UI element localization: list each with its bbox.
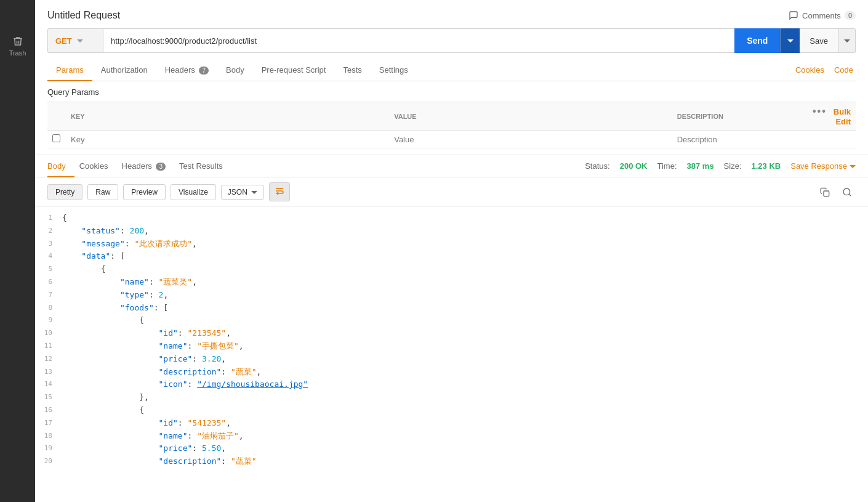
trash-label: Trash — [9, 49, 26, 57]
save-button[interactable]: Save — [800, 28, 838, 53]
json-line: 10 "id": "213545", — [35, 327, 868, 340]
line-content: "message": "此次请求成功", — [62, 238, 197, 251]
request-area: Untitled Request Comments 0 GET — [35, 0, 868, 81]
response-tab-cookies[interactable]: Cookies — [79, 155, 117, 177]
send-dropdown[interactable] — [780, 28, 800, 53]
svg-line-8 — [849, 194, 851, 196]
json-line: 3 "message": "此次请求成功", — [35, 238, 868, 251]
format-select[interactable]: JSON — [221, 185, 264, 200]
request-title: Untitled Request — [47, 10, 120, 21]
tab-authorization[interactable]: Authorization — [92, 59, 156, 81]
tab-params[interactable]: Params — [47, 59, 92, 81]
request-title-row: Untitled Request Comments 0 — [47, 10, 856, 21]
comments-label: Comments — [802, 11, 841, 20]
url-input[interactable] — [103, 28, 734, 53]
svg-marker-4 — [251, 191, 257, 194]
line-content: "type": 2, — [62, 289, 168, 302]
json-line: 12 "price": 3.20, — [35, 353, 868, 366]
line-number: 14 — [40, 378, 62, 390]
json-line: 17 "id": "541235", — [35, 417, 868, 430]
preview-button[interactable]: Preview — [123, 184, 166, 200]
format-value: JSON — [228, 188, 247, 196]
row-checkbox[interactable] — [52, 134, 60, 142]
table-row — [47, 131, 856, 148]
copy-button[interactable] — [816, 184, 834, 201]
comments-button[interactable]: Comments 0 — [789, 10, 856, 20]
method-dropdown-icon — [77, 38, 83, 44]
col-value-header: VALUE — [389, 102, 672, 131]
response-tab-headers[interactable]: Headers 3 — [122, 155, 174, 177]
line-number: 4 — [40, 250, 62, 262]
response-headers-badge: 3 — [156, 163, 166, 171]
line-content: "price": 3.20, — [62, 353, 226, 366]
svg-point-7 — [843, 188, 850, 195]
line-content: "status": 200, — [62, 225, 149, 238]
json-line: 8 "foods": [ — [35, 302, 868, 315]
line-number: 15 — [40, 391, 62, 403]
raw-button[interactable]: Raw — [87, 184, 118, 200]
bulk-edit-button[interactable]: Bulk Edit — [834, 107, 851, 126]
line-content: "id": "541235", — [62, 417, 231, 430]
more-options-button[interactable]: ••• — [813, 106, 827, 116]
query-params-title: Query Params — [47, 87, 856, 97]
line-number: 1 — [40, 212, 62, 224]
line-number: 7 — [40, 289, 62, 301]
sidebar: Trash — [0, 0, 35, 502]
code-link[interactable]: Code — [834, 65, 853, 75]
response-section: Body Cookies Headers 3 Test Results Stat… — [35, 155, 868, 502]
pretty-button[interactable]: Pretty — [47, 184, 82, 200]
sidebar-item-trash[interactable]: Trash — [7, 31, 29, 62]
method-select[interactable]: GET — [47, 28, 103, 53]
format-icons-right — [816, 184, 856, 201]
line-content: "data": [ — [62, 250, 125, 263]
tab-headers[interactable]: Headers 7 — [156, 59, 217, 81]
tab-pre-request[interactable]: Pre-request Script — [253, 59, 335, 81]
line-content: "icon": "/img/shousibaocai.jpg" — [62, 378, 308, 391]
svg-marker-0 — [77, 39, 83, 43]
json-line: 7 "type": 2, — [35, 289, 868, 302]
svg-rect-6 — [824, 191, 829, 196]
line-content: "description": "蔬菜" — [62, 455, 257, 468]
tab-tests[interactable]: Tests — [334, 59, 370, 81]
line-number: 9 — [40, 314, 62, 326]
main-content: Untitled Request Comments 0 GET — [35, 0, 868, 502]
method-value: GET — [55, 36, 72, 46]
key-input[interactable] — [71, 135, 384, 144]
wrap-text-button[interactable] — [269, 182, 290, 201]
response-tabs-row: Body Cookies Headers 3 Test Results Stat… — [35, 155, 868, 177]
json-line: 18 "name": "油焖茄子", — [35, 430, 868, 443]
json-line: 14 "icon": "/img/shousibaocai.jpg" — [35, 378, 868, 391]
save-dropdown[interactable] — [838, 28, 856, 53]
visualize-button[interactable]: Visualize — [171, 184, 216, 200]
size-value: 1.23 KB — [752, 161, 781, 171]
line-number: 2 — [40, 225, 62, 237]
cookies-link[interactable]: Cookies — [795, 65, 824, 75]
response-tab-body[interactable]: Body — [47, 155, 74, 177]
tab-body[interactable]: Body — [217, 59, 253, 81]
send-button[interactable]: Send — [734, 28, 780, 53]
tab-settings[interactable]: Settings — [371, 59, 417, 81]
json-line: 4 "data": [ — [35, 250, 868, 263]
save-response-button[interactable]: Save Response — [790, 161, 856, 171]
comments-icon — [789, 10, 798, 20]
line-number: 17 — [40, 417, 62, 429]
line-content: { — [62, 314, 144, 327]
value-input[interactable] — [394, 135, 667, 144]
desc-input[interactable] — [677, 135, 802, 144]
line-number: 3 — [40, 238, 62, 249]
json-line: 16 { — [35, 404, 868, 417]
send-group: Send — [734, 28, 800, 53]
json-line: 13 "description": "蔬菜", — [35, 366, 868, 379]
line-content: }, — [62, 391, 149, 404]
status-value: 200 OK — [620, 161, 648, 171]
col-key-header: KEY — [66, 102, 389, 131]
search-icon — [842, 187, 852, 197]
svg-marker-1 — [787, 39, 794, 43]
line-number: 18 — [40, 430, 62, 442]
save-response-dropdown-icon — [850, 163, 856, 169]
search-button[interactable] — [838, 184, 856, 201]
line-number: 12 — [40, 353, 62, 365]
line-number: 6 — [40, 276, 62, 288]
json-line: 11 "name": "手撕包菜", — [35, 340, 868, 353]
response-tab-test-results[interactable]: Test Results — [179, 155, 231, 177]
